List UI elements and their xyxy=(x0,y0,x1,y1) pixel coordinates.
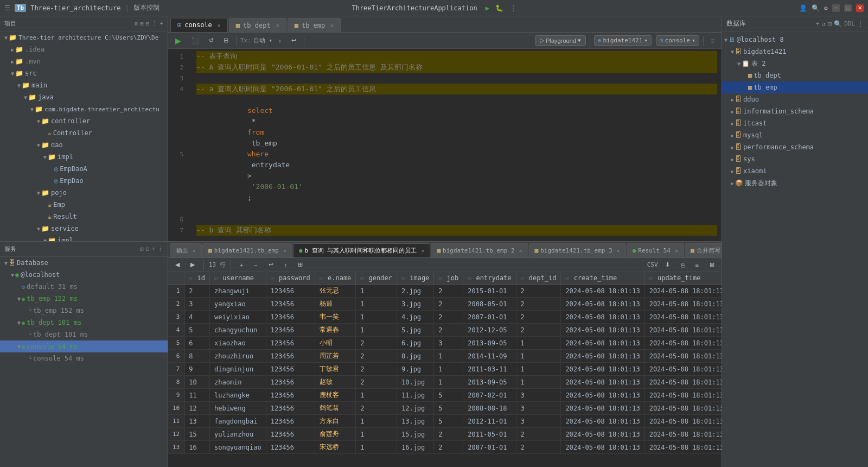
tree-item-EmpDao[interactable]: ▶ ◎ EmpDao xyxy=(0,175,168,187)
tab-console-close[interactable]: ✕ xyxy=(218,22,221,28)
table-row[interactable]: 5 6 xiaozhao 123456 小昭 2 6.jpg 3 2013-09… xyxy=(168,337,722,350)
table-row[interactable]: 7 9 dingminjun 123456 丁敏君 2 9.jpg 1 2011… xyxy=(168,363,722,376)
svc-item-tb_emp_conn[interactable]: ▼ ◉ tb_emp 152 ms xyxy=(0,293,168,305)
minimize-button[interactable]: ─ xyxy=(832,4,840,12)
format-button[interactable]: ⊟ xyxy=(220,35,232,46)
svc-item-localhost[interactable]: ▼ ◉ @localhost xyxy=(0,269,168,281)
playground-button[interactable]: ▷ Playground ▾ xyxy=(535,35,586,46)
run-button[interactable]: ▶ xyxy=(171,35,185,46)
result-tab-tb_emp2[interactable]: ▦ bigdate1421.tb_emp 2 ✕ xyxy=(431,243,528,257)
svc-item-tb_dept_sub[interactable]: ▶ └ tb_dept 101 ms xyxy=(0,329,168,340)
more-icon[interactable]: ⋮ xyxy=(510,4,516,12)
db-tree-xiaomi[interactable]: ▶ 🗄 xiaomi xyxy=(722,165,868,177)
results-prev-btn[interactable]: ◀ xyxy=(171,260,183,270)
tab-tb_dept-close[interactable]: ✕ xyxy=(276,22,279,28)
table-row[interactable]: 9 11 luzhangke 123456 鹿杖客 1 11.jpg 5 200… xyxy=(168,389,722,402)
results-copy-btn[interactable]: ⎘ xyxy=(677,260,688,270)
project-gear-icon[interactable]: ⚙ xyxy=(135,20,138,27)
stop-button[interactable]: ⬛ xyxy=(187,35,203,46)
col-header-gender[interactable]: ⊞ gender xyxy=(356,272,397,285)
project-add-icon[interactable]: + xyxy=(159,20,163,27)
col-header-ename[interactable]: ⊞ e.name xyxy=(315,272,356,285)
tx-mode[interactable]: 自动 ▾ xyxy=(253,36,272,45)
db-tree-tables[interactable]: ▼ 📋 表 2 xyxy=(722,58,868,70)
table-row[interactable]: 3 4 weiyixiao 123456 韦一笑 1 4.jpg 2 2007-… xyxy=(168,311,722,324)
col-header-entrydate[interactable]: ⊞ entrydate xyxy=(463,272,516,285)
tree-item-src[interactable]: ▼ 📁 src xyxy=(0,67,168,79)
svc-collapse-icon[interactable]: ⊟ xyxy=(146,245,150,253)
user-icon[interactable]: 👤 xyxy=(799,4,807,12)
col-header-image[interactable]: ⊞ image xyxy=(397,272,433,285)
result-tab-tb_emp3[interactable]: ▦ bigdate1421.tb_emp 3 ✕ xyxy=(529,243,626,257)
close-button[interactable]: ✕ xyxy=(856,4,864,12)
svc-item-tb_emp_sub[interactable]: ▶ └ tb_emp 152 ms xyxy=(0,305,168,317)
db-tree-srv_obj[interactable]: ▶ 📦 服务器对象 xyxy=(722,177,868,189)
db-tree-tb_emp[interactable]: ▶ ▦ tb_emp xyxy=(722,81,868,93)
results-table-container[interactable]: ⊞ id ⊞ username ⊞ password ⊞ e.name ⊞ ge… xyxy=(168,272,722,467)
tree-item-impl-dao[interactable]: ▼ 📁 impl xyxy=(0,151,168,163)
results-zoom-btn[interactable]: ⊠ xyxy=(706,260,718,270)
tab-tb_dept[interactable]: ▦ tb_dept ✕ xyxy=(229,18,286,32)
project-expand-icon[interactable]: ⊞ xyxy=(140,20,144,27)
result-bquery-close[interactable]: ✕ xyxy=(421,248,424,254)
col-header-id[interactable]: ⊞ id xyxy=(184,272,210,285)
hamburger-icon[interactable]: ☰ xyxy=(4,4,10,12)
table-row[interactable]: 12 15 yulianzhou 123456 俞莲舟 1 15.jpg 2 2… xyxy=(168,428,722,441)
search-icon[interactable]: 🔍 xyxy=(812,4,820,12)
result-tab-merge[interactable]: ▦ 合并简写 2 ✕ xyxy=(685,243,722,257)
col-header-password[interactable]: ⊞ password xyxy=(266,272,315,285)
table-row[interactable]: 10 12 hebiweng 123456 鹤笔翁 2 12.jpg 5 200… xyxy=(168,402,722,415)
db-tree-bigdate1421[interactable]: ▼ 🗄 bigdate1421 xyxy=(722,46,868,58)
db-tree-itcast[interactable]: ▶ 🗄 itcast xyxy=(722,117,868,129)
db-refresh-icon[interactable]: ↺ xyxy=(822,20,826,28)
db-filter-icon[interactable]: ⊡ xyxy=(828,20,832,28)
tree-item-com[interactable]: ▼ 📁 com.bigdate.threetier_architectu xyxy=(0,103,168,115)
tree-item-impl-svc[interactable]: ▼ 📁 impl xyxy=(0,235,168,241)
tree-item-root[interactable]: ▼ 📁 Three-tier_architecture C:\Users\ZDY… xyxy=(0,31,168,43)
output-tab-close[interactable]: ✕ xyxy=(193,248,196,254)
db-search-icon[interactable]: 🔍 xyxy=(834,20,842,28)
svc-item-console_sub[interactable]: ▶ └ console 54 ms xyxy=(0,352,168,364)
result-54-close[interactable]: ✕ xyxy=(675,248,678,254)
col-header-dept_id[interactable]: ⊞ dept_id xyxy=(516,272,561,285)
col-header-job[interactable]: ⊞ job xyxy=(434,272,463,285)
results-settings-btn[interactable]: ≡ xyxy=(692,260,703,270)
tree-item-mvn[interactable]: ▶ 📁 .mvn xyxy=(0,55,168,67)
db-tree-sys[interactable]: ▶ 🗄 sys xyxy=(722,153,868,165)
table-row[interactable]: 8 10 zhaomin 123456 赵敏 2 10.jpg 1 2013-0… xyxy=(168,376,722,389)
table-row[interactable]: 13 16 songyuanqiao 123456 宋远桥 1 16.jpg 2… xyxy=(168,441,722,454)
code-editor[interactable]: 1 -- 表子查询 2 -- A 查询入职时间是 "2006-01-01" 之后… xyxy=(168,49,722,241)
tree-item-controller[interactable]: ▼ 📁 controller xyxy=(0,115,168,127)
db-tree-tb_dept[interactable]: ▶ ▦ tb_dept xyxy=(722,70,868,81)
vcs-label[interactable]: 版本控制 xyxy=(133,3,159,12)
db-tree-dduo[interactable]: ▶ 🗄 dduo xyxy=(722,93,868,105)
tree-item-EmpDaoA[interactable]: ▶ ◎ EmpDaoA xyxy=(0,163,168,175)
svc-add-icon[interactable]: + xyxy=(151,245,155,253)
project-more-icon[interactable]: ⋮ xyxy=(151,20,157,27)
db-tree-info_schema[interactable]: ▶ 🗄 information_schema xyxy=(722,105,868,117)
col-header-username[interactable]: ⊞ username xyxy=(209,272,266,285)
table-row[interactable]: 11 13 fangdongbai 123456 方东白 1 13.jpg 5 … xyxy=(168,415,722,428)
result-tb_emp2-close[interactable]: ✕ xyxy=(519,248,522,254)
col-header-update_time[interactable]: ⊞ update_time xyxy=(644,272,722,285)
result-tab-b_query[interactable]: ● b 查询 与其入职时间和职位都相同的员工 ✕ xyxy=(293,243,431,257)
svc-item-default[interactable]: ▶ ⊕ default 31 ms xyxy=(0,281,168,293)
table-row[interactable]: 2 3 yangxiao 123456 杨逍 1 3.jpg 2 2008-05… xyxy=(168,298,722,311)
svc-expand-icon[interactable]: ⊞ xyxy=(140,245,144,253)
tree-item-main[interactable]: ▼ 📁 main xyxy=(0,79,168,91)
results-revert-btn[interactable]: ↩ xyxy=(265,260,277,270)
commit-button[interactable]: ↑ xyxy=(275,35,285,46)
db-tree-perf_schema[interactable]: ▶ 🗄 performance_schema xyxy=(722,141,868,153)
results-submit-btn[interactable]: ↑ xyxy=(280,260,291,270)
svc-item-console_conn[interactable]: ▼ ◉ console 54 ms xyxy=(0,340,168,352)
table-row[interactable]: 4 5 changyuchun 123456 常遇春 1 5.jpg 2 201… xyxy=(168,324,722,337)
refresh-button[interactable]: ↺ xyxy=(205,35,218,46)
tree-item-Result[interactable]: ▶ ☕ Result xyxy=(0,211,168,223)
tree-item-java[interactable]: ▼ 📁 java xyxy=(0,91,168,103)
svc-more-icon[interactable]: ⋮ xyxy=(157,245,163,253)
tree-item-dao[interactable]: ▼ 📁 dao xyxy=(0,139,168,151)
db-tree-mysql[interactable]: ▶ 🗄 mysql xyxy=(722,129,868,141)
tab-tb_emp-close[interactable]: ✕ xyxy=(330,22,334,28)
result-tab-tb_emp[interactable]: ▦ bigdate1421.tb_emp ✕ xyxy=(202,243,292,257)
table-row[interactable]: 1 2 zhangwuji 123456 张无忌 1 2.jpg 2 2015-… xyxy=(168,285,722,298)
